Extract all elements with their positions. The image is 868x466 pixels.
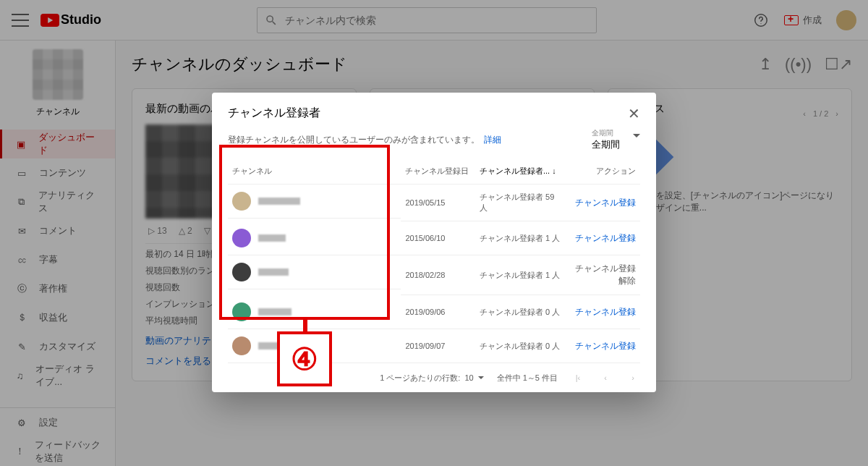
subscriber-name (258, 198, 300, 205)
dialog-footer: 1 ページあたりの行数: 10 全件中 1～5 件目 |‹ ‹ › (212, 363, 656, 392)
subscriber-avatar (232, 263, 251, 281)
col-date[interactable]: チャンネル登録日 (401, 158, 475, 185)
subscriber-avatar (232, 302, 251, 321)
chevron-down-icon (478, 376, 484, 379)
period-selector[interactable]: 全期間 全期間 (592, 128, 640, 151)
table-row: 2019/09/06 チャンネル登録者 0 人 チャンネル登録 (228, 295, 640, 329)
subscriber-action-cell: チャンネル登録 (566, 221, 640, 255)
subscriber-channel-cell[interactable] (228, 329, 401, 363)
dialog-title: チャンネル登録者 (228, 106, 320, 121)
subscriber-channel-cell[interactable] (228, 295, 401, 329)
subscribe-button[interactable]: チャンネル登録 (575, 307, 636, 317)
subscriber-channel-cell[interactable] (228, 185, 401, 219)
table-row: 2018/02/28 チャンネル登録者 1 人 チャンネル登録解除 (228, 255, 640, 295)
subscriber-channel-cell[interactable] (228, 221, 401, 255)
table-row: 2019/09/07 チャンネル登録者 0 人 チャンネル登録 (228, 329, 640, 363)
subscribe-button[interactable]: チャンネル登録 (575, 233, 636, 243)
subscriber-action-cell: チャンネル登録 (566, 185, 640, 221)
table-row: 2019/05/15 チャンネル登録者 59 人 チャンネル登録 (228, 185, 640, 221)
subscriber-avatar (232, 336, 251, 355)
subscriber-name (258, 234, 286, 242)
subscriber-date: 2019/09/07 (401, 329, 475, 363)
subscribers-table: チャンネル チャンネル登録日 チャンネル登録者... ↓ アクション 2019/… (228, 158, 640, 363)
dialog-subtitle: 登録チャンネルを公開しているユーザーのみが含まれています。 (228, 134, 480, 146)
sort-down-icon: ↓ (552, 166, 556, 175)
subscriber-date: 2019/09/06 (401, 295, 475, 329)
subscriber-count: チャンネル登録者 1 人 (475, 221, 566, 255)
subscriber-action-cell: チャンネル登録 (566, 329, 640, 363)
col-channel[interactable]: チャンネル (228, 158, 401, 185)
subscriber-action-cell: チャンネル登録解除 (566, 255, 640, 295)
pagination-range: 全件中 1～5 件目 (497, 373, 558, 384)
subscriber-date: 2018/02/28 (401, 255, 475, 295)
table-row: 2015/06/10 チャンネル登録者 1 人 チャンネル登録 (228, 221, 640, 255)
subscriber-date: 2015/06/10 (401, 221, 475, 255)
subscribe-button[interactable]: チャンネル登録 (575, 341, 636, 351)
close-icon[interactable]: ✕ (628, 106, 640, 121)
prev-page-icon[interactable]: ‹ (598, 370, 613, 385)
subscriber-date: 2019/05/15 (401, 185, 475, 221)
subscriber-count: チャンネル登録者 1 人 (475, 255, 566, 295)
subscriber-count: チャンネル登録者 0 人 (475, 329, 566, 363)
chevron-down-icon (633, 134, 640, 137)
details-link[interactable]: 詳細 (484, 134, 501, 146)
rows-per-page[interactable]: 1 ページあたりの行数: 10 (380, 373, 483, 384)
subscriber-avatar (232, 192, 251, 211)
subscriber-count: チャンネル登録者 59 人 (475, 185, 566, 221)
modal-scrim[interactable]: チャンネル登録者 ✕ 登録チャンネルを公開しているユーザーのみが含まれています。… (0, 0, 868, 466)
first-page-icon[interactable]: |‹ (571, 370, 585, 385)
col-subscribers[interactable]: チャンネル登録者... ↓ (475, 158, 566, 185)
subscribers-dialog: チャンネル登録者 ✕ 登録チャンネルを公開しているユーザーのみが含まれています。… (212, 93, 656, 392)
next-page-icon[interactable]: › (626, 370, 640, 385)
subscriber-name (258, 268, 289, 276)
subscriber-name (258, 342, 296, 350)
subscriber-count: チャンネル登録者 0 人 (475, 295, 566, 329)
subscriber-channel-cell[interactable] (228, 255, 401, 289)
subscribe-button[interactable]: チャンネル登録 (575, 198, 636, 208)
col-action[interactable]: アクション (566, 158, 640, 185)
subscriber-avatar (232, 229, 251, 247)
subscriber-action-cell: チャンネル登録 (566, 295, 640, 329)
subscriber-name (258, 308, 292, 315)
unsubscribe-button[interactable]: チャンネル登録解除 (575, 263, 636, 286)
